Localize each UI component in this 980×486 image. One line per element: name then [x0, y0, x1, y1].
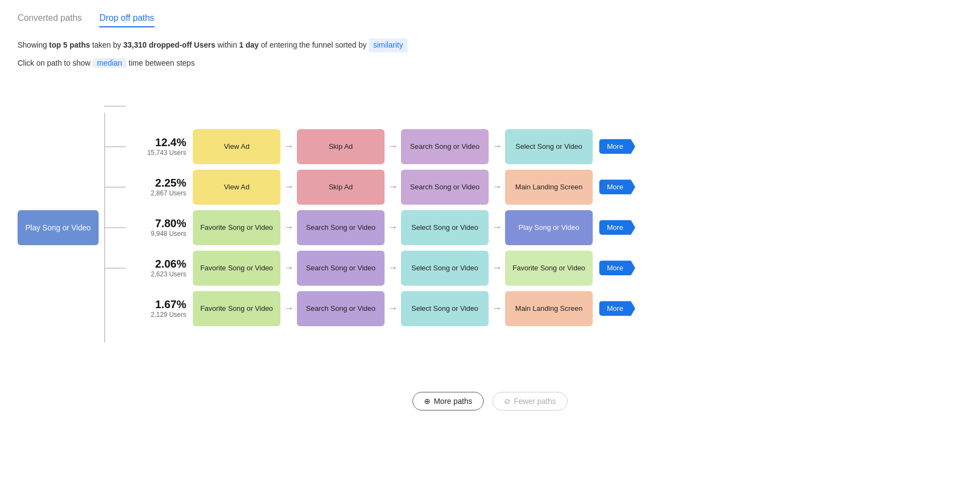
path-row-1[interactable]: 12.4%15,743 UsersView Ad→Skip Ad→Search …	[131, 129, 962, 164]
fewer-paths-label: Fewer paths	[514, 397, 556, 406]
step-node-1-2[interactable]: Skip Ad	[297, 129, 385, 164]
path-percent-5: 1.67%2,129 Users	[131, 298, 186, 319]
fewer-paths-button[interactable]: ⊘ Fewer paths	[492, 392, 568, 410]
tab-dropoff[interactable]: Drop off paths	[99, 13, 154, 27]
path-percent-2: 2.25%2,867 Users	[131, 177, 186, 197]
arrow-2-2: →	[388, 181, 398, 193]
more-button-4[interactable]: More	[599, 261, 635, 275]
arrow-5-3: →	[492, 303, 502, 314]
arrow-5-1: →	[284, 303, 294, 314]
path-row-2[interactable]: 2.25%2,867 UsersView Ad→Skip Ad→Search S…	[131, 170, 962, 205]
more-button-5[interactable]: More	[599, 301, 635, 316]
plus-icon: ⊕	[424, 397, 431, 406]
pct-value: 7.80%	[131, 217, 186, 230]
branch-tick-2	[104, 146, 126, 147]
tab-converted[interactable]: Converted paths	[18, 13, 82, 27]
branch-tick-4	[104, 227, 126, 228]
more-paths-button[interactable]: ⊕ More paths	[412, 392, 484, 410]
step-node-1-4[interactable]: Select Song or Video	[505, 129, 593, 164]
time-label: 1 day	[239, 40, 259, 49]
more-button-3[interactable]: More	[599, 220, 635, 235]
path-row-3[interactable]: 7.80%9,948 UsersFavorite Song or Video→S…	[131, 210, 962, 245]
step-node-3-1[interactable]: Favorite Song or Video	[193, 210, 280, 245]
pct-value: 1.67%	[131, 298, 186, 311]
path-row-5[interactable]: 1.67%2,129 UsersFavorite Song or Video→S…	[131, 291, 962, 326]
arrow-4-3: →	[492, 262, 502, 274]
step-node-4-4[interactable]: Favorite Song or Video	[505, 251, 593, 286]
step-node-2-3[interactable]: Search Song or Video	[401, 170, 489, 205]
step-node-2-1[interactable]: View Ad	[193, 170, 280, 205]
users-value: 2,867 Users	[131, 189, 186, 197]
pct-value: 2.06%	[131, 258, 186, 270]
arrow-4-1: →	[284, 262, 294, 274]
info-line: Showing top 5 paths taken by 33,310 drop…	[18, 38, 962, 53]
tree-connector	[99, 85, 131, 370]
path-percent-4: 2.06%2,623 Users	[131, 258, 186, 278]
step-node-3-3[interactable]: Select Song or Video	[401, 210, 489, 245]
arrow-3-3: →	[492, 222, 502, 233]
more-button-1[interactable]: More	[599, 139, 635, 154]
arrow-5-2: →	[388, 303, 398, 314]
users-value: 2,129 Users	[131, 311, 186, 319]
pct-value: 2.25%	[131, 177, 186, 189]
more-button-2[interactable]: More	[599, 180, 635, 194]
subtitle-suffix: time between steps	[129, 59, 195, 67]
step-node-5-1[interactable]: Favorite Song or Video	[193, 291, 280, 326]
arrow-2-1: →	[284, 181, 294, 193]
users-value: 15,743 Users	[131, 149, 186, 157]
arrow-1-1: →	[284, 141, 294, 152]
bottom-actions: ⊕ More paths ⊘ Fewer paths	[18, 392, 962, 410]
step-node-3-4[interactable]: Play Song or Video	[505, 210, 593, 245]
branch-tick-3	[104, 187, 126, 188]
ban-icon: ⊘	[504, 397, 511, 406]
step-node-3-2[interactable]: Search Song or Video	[297, 210, 385, 245]
arrow-2-3: →	[492, 181, 502, 193]
step-node-5-4[interactable]: Main Landing Screen	[505, 291, 593, 326]
step-node-1-3[interactable]: Search Song or Video	[401, 129, 489, 164]
step-node-5-3[interactable]: Select Song or Video	[401, 291, 489, 326]
sort-badge[interactable]: similarity	[369, 38, 407, 53]
user-count-label: 33,310 dropped-off Users	[123, 40, 215, 49]
main-visualization: Play Song or Video 12.4%15,743 UsersView…	[18, 85, 962, 370]
arrow-1-3: →	[492, 141, 502, 152]
step-node-4-2[interactable]: Search Song or Video	[297, 251, 385, 286]
step-node-1-1[interactable]: View Ad	[193, 129, 280, 164]
step-node-4-3[interactable]: Select Song or Video	[401, 251, 489, 286]
root-node[interactable]: Play Song or Video	[18, 210, 99, 245]
step-node-2-4[interactable]: Main Landing Screen	[505, 170, 593, 205]
top-paths-label: top 5 paths	[49, 40, 90, 49]
subtitle-line: Click on path to show median time betwee…	[18, 58, 962, 68]
step-node-5-2[interactable]: Search Song or Video	[297, 291, 385, 326]
arrow-1-2: →	[388, 141, 398, 152]
arrow-4-2: →	[388, 262, 398, 274]
branch-tick-5	[104, 268, 126, 269]
step-node-2-2[interactable]: Skip Ad	[297, 170, 385, 205]
branch-tick-1	[104, 106, 126, 107]
paths-container: 12.4%15,743 UsersView Ad→Skip Ad→Search …	[131, 129, 962, 326]
more-paths-label: More paths	[434, 397, 472, 406]
measure-badge[interactable]: median	[93, 58, 127, 68]
path-percent-3: 7.80%9,948 Users	[131, 217, 186, 238]
users-value: 2,623 Users	[131, 270, 186, 278]
pct-value: 12.4%	[131, 136, 186, 149]
tabs-container: Converted paths Drop off paths	[18, 13, 962, 27]
users-value: 9,948 Users	[131, 230, 186, 238]
path-percent-1: 12.4%15,743 Users	[131, 136, 186, 157]
path-row-4[interactable]: 2.06%2,623 UsersFavorite Song or Video→S…	[131, 251, 962, 286]
arrow-3-2: →	[388, 222, 398, 233]
arrow-3-1: →	[284, 222, 294, 233]
step-node-4-1[interactable]: Favorite Song or Video	[193, 251, 280, 286]
